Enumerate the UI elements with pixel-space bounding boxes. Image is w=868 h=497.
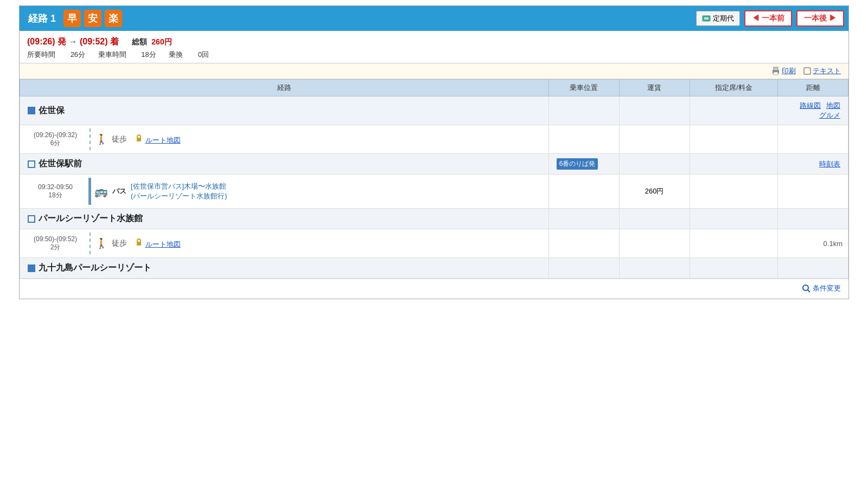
badge-raku: 楽 <box>105 10 122 27</box>
table-row: 佐世保駅前 6番のりば発 時刻表 <box>20 154 848 175</box>
walk-time-2: (09:50)-(09:52) 2分 🚶 徒歩 <box>20 229 549 258</box>
route-map-link-2[interactable]: ルート地図 <box>145 240 181 248</box>
fare-kujukushima <box>619 258 690 279</box>
teikidai-icon <box>702 15 711 22</box>
ride-time-value: 18分 <box>141 50 156 59</box>
th-route: 経路 <box>20 80 549 96</box>
summary-line2: 所要時間 26分 乗車時間 18分 乗換 0回 <box>27 50 841 60</box>
dist-kujukushima <box>778 258 848 279</box>
svg-rect-5 <box>804 68 810 74</box>
fare-sasebomae <box>619 154 690 175</box>
fare-walk-2 <box>619 229 690 258</box>
depart-time: (09:26) <box>27 37 55 46</box>
svg-rect-4 <box>774 72 778 75</box>
header-right: 定期代 ◀ 一本前 一本後 ▶ <box>696 10 844 27</box>
noriba-pearl <box>548 209 619 229</box>
noriba-badge-sasebomae: 6番のりば発 <box>557 158 598 170</box>
station-cell-sasebo: 佐世保 <box>20 96 549 125</box>
station-icon-outline <box>28 160 35 168</box>
noriba-bus <box>548 175 619 209</box>
svg-point-8 <box>803 285 808 291</box>
conditions-bar: 条件変更 <box>20 279 848 299</box>
th-reserved: 指定席/料金 <box>690 80 777 96</box>
bus-info: 🚌 バス [佐世保市営バス]木場〜水族館 (パールシーリゾート水族館行) <box>94 182 227 201</box>
total-fare: 260円 <box>151 37 171 46</box>
svg-rect-7 <box>137 242 141 246</box>
fare-pearl <box>619 209 690 229</box>
transfer-value: 0回 <box>198 50 209 59</box>
total-label: 総額 260円 <box>132 37 171 46</box>
bus-time-cell: 09:32-09:50 18分 <box>25 183 85 200</box>
station-icon-filled-2 <box>28 264 35 272</box>
route-label: 経路 1 <box>24 11 60 26</box>
arrive-time: (09:52) <box>80 37 108 46</box>
chizu-link-sasebo[interactable]: 地図 <box>826 101 840 109</box>
station-name-pearl: パールシーリゾート水族館 <box>28 213 541 224</box>
reserved-pearl <box>690 209 777 229</box>
table-row: 09:32-09:50 18分 🚌 バス [佐世保市営バス]木場〜水族館 (パー… <box>20 175 848 209</box>
svg-rect-1 <box>704 17 709 20</box>
reserved-bus <box>690 175 777 209</box>
text-icon <box>803 67 811 75</box>
rosen-link-sasebo[interactable]: 路線図 <box>800 101 821 109</box>
noriba-walk-2 <box>548 229 619 258</box>
station-name-sasebo: 佐世保 <box>28 105 541 117</box>
gourmet-link-sasebo[interactable]: グルメ <box>819 111 840 119</box>
bus-route-link[interactable]: [佐世保市営バス]木場〜水族館 (パールシーリゾート水族館行) <box>131 182 227 200</box>
main-container: 経路 1 早 安 楽 定期代 ◀ 一本前 一本後 ▶ (09:26) 発 → (… <box>19 5 849 299</box>
noriba-sasebomae: 6番のりば発 <box>548 154 619 175</box>
walk-time-1: (09:26)-(09:32) 6分 🚶 徒歩 <box>20 125 549 154</box>
station-cell-pearl: パールシーリゾート水族館 <box>20 209 549 229</box>
required-time-label: 所要時間 <box>27 50 55 59</box>
reserved-empty-1 <box>690 96 777 125</box>
prev-button[interactable]: ◀ 一本前 <box>744 10 792 27</box>
summary-section: (09:26) 発 → (09:52) 着 総額 260円 所要時間 26分 乗… <box>20 31 848 63</box>
walk-dashed-line-1 <box>90 128 91 150</box>
print-link[interactable]: 印刷 <box>771 66 796 76</box>
header-left: 経路 1 早 安 楽 <box>24 10 122 27</box>
station-name-kujukushima: 九十九島パールシーリゾート <box>28 262 541 274</box>
text-link[interactable]: テキスト <box>803 66 841 76</box>
bus-cell: 09:32-09:50 18分 🚌 バス [佐世保市営バス]木場〜水族館 (パー… <box>20 175 549 209</box>
route-map-link-1[interactable]: ルート地図 <box>145 136 181 144</box>
summary-line1: (09:26) 発 → (09:52) 着 総額 260円 <box>27 36 841 48</box>
station-cell-sasebomae: 佐世保駅前 <box>20 154 549 175</box>
walk-dashed-line-2 <box>90 233 91 254</box>
bus-icon: 🚌 <box>94 185 108 198</box>
conditions-change-link[interactable]: 条件変更 <box>802 283 841 293</box>
depart-label: 発 <box>58 37 66 46</box>
walk-time-cell-2: (09:50)-(09:52) 2分 <box>25 235 85 252</box>
th-noriba: 乗車位置 <box>548 80 619 96</box>
lock-icon-2 <box>135 238 143 247</box>
table-row: (09:50)-(09:52) 2分 🚶 徒歩 <box>20 229 848 258</box>
dist-bus <box>778 175 848 209</box>
reserved-walk-1 <box>690 125 777 154</box>
dist-pearl <box>778 209 848 229</box>
station-cell-kujukushima: 九十九島パールシーリゾート <box>20 258 549 279</box>
badge-hayai: 早 <box>63 10 81 27</box>
badge-yasu: 安 <box>84 10 101 27</box>
th-distance: 距離 <box>778 80 848 96</box>
transfer-label: 乗換 <box>169 50 183 59</box>
next-button[interactable]: 一本後 ▶ <box>796 10 844 27</box>
header-bar: 経路 1 早 安 楽 定期代 ◀ 一本前 一本後 ▶ <box>20 6 848 31</box>
table-header-row: 経路 乗車位置 運賃 指定席/料金 距離 <box>20 80 848 96</box>
table-row: 佐世保 路線図 地図 グルメ <box>20 96 848 125</box>
fare-walk-1 <box>619 125 690 154</box>
search-icon <box>802 284 810 293</box>
bus-solid-line <box>88 178 91 205</box>
teikidai-button[interactable]: 定期代 <box>696 11 740 26</box>
th-fare: 運賃 <box>619 80 690 96</box>
jikoku-link-sasebomae[interactable]: 時刻表 <box>819 160 840 168</box>
table-row: (09:26)-(09:32) 6分 🚶 徒歩 <box>20 125 848 154</box>
station-links-sasebo: 路線図 地図 グルメ <box>778 96 848 125</box>
reserved-sasebomae <box>690 154 777 175</box>
walk-info-1: 🚶 徒歩 ルート地図 <box>95 133 181 145</box>
table-row: パールシーリゾート水族館 <box>20 209 848 229</box>
print-bar: 印刷 テキスト <box>20 63 848 79</box>
dist-walk-1 <box>778 125 848 154</box>
walk-icon-2: 🚶 <box>95 237 107 249</box>
dist-walk-2: 0.1km <box>778 229 848 258</box>
arrive-label: 着 <box>110 37 119 46</box>
required-time-value: 26分 <box>71 50 85 59</box>
